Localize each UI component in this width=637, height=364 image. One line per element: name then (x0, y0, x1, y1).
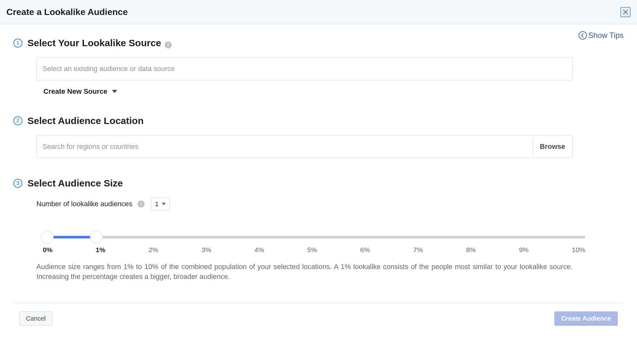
size-slider[interactable]: 0%1%2%3%4%5%6%7%8%9%10% (43, 236, 585, 254)
count-label: Number of lookalike audiences (36, 200, 132, 208)
slider-tick-label: 2% (149, 246, 158, 254)
show-tips-button[interactable]: Show Tips (578, 31, 624, 40)
dialog-footer: Cancel Create Audience (13, 303, 624, 334)
show-tips-label: Show Tips (588, 31, 624, 40)
slider-tick-label: 1% (96, 246, 105, 254)
location-input[interactable] (37, 135, 533, 158)
close-button[interactable] (620, 7, 631, 17)
dialog-header: Create a Lookalike Audience (0, 0, 637, 24)
section-title-location: Select Audience Location (27, 115, 144, 126)
slider-track (43, 236, 585, 238)
create-new-source-dropdown[interactable]: Create New Source (43, 87, 117, 96)
info-icon[interactable]: i (165, 41, 172, 48)
step-number-2: 2 (13, 116, 22, 125)
slider-tick-label: 0% (43, 246, 52, 254)
create-audience-button[interactable]: Create Audience (554, 311, 618, 326)
slider-tick-label: 10% (572, 246, 585, 254)
close-icon (623, 9, 628, 15)
section-source: 1 Select Your Lookalike Source i Create … (13, 38, 624, 96)
slider-handle-end[interactable] (90, 231, 103, 244)
cancel-button[interactable]: Cancel (19, 311, 52, 326)
step-number-1: 1 (13, 39, 22, 47)
slider-tick-label: 4% (254, 246, 264, 254)
chevron-left-circle-icon (578, 31, 588, 40)
info-icon[interactable]: i (138, 200, 145, 207)
svg-point-2 (579, 32, 587, 39)
slider-tick-label: 6% (360, 246, 370, 254)
section-location: 2 Select Audience Location Browse (13, 115, 624, 158)
dialog-title: Create a Lookalike Audience (6, 7, 128, 17)
slider-labels: 0%1%2%3%4%5%6%7%8%9%10% (43, 246, 585, 254)
browse-button[interactable]: Browse (533, 138, 572, 155)
section-title-source: Select Your Lookalike Source (27, 38, 161, 48)
caret-down-icon (162, 203, 166, 205)
slider-handle-start[interactable] (41, 231, 54, 244)
source-input[interactable] (36, 57, 573, 80)
section-title-size: Select Audience Size (27, 178, 123, 189)
slider-tick-label: 7% (413, 246, 423, 254)
slider-tick-label: 9% (519, 246, 528, 254)
slider-tick-label: 8% (466, 246, 476, 254)
count-value: 1 (155, 200, 159, 208)
slider-tick-label: 3% (201, 246, 211, 254)
size-help-text: Audience size ranges from 1% to 10% of t… (36, 262, 573, 282)
count-select[interactable]: 1 (151, 198, 170, 210)
create-new-source-label: Create New Source (43, 87, 108, 96)
slider-fill (47, 236, 96, 238)
step-number-3: 3 (13, 179, 22, 188)
section-size: 3 Select Audience Size Number of lookali… (13, 178, 624, 282)
slider-tick-label: 5% (307, 246, 317, 254)
caret-down-icon (112, 90, 117, 93)
